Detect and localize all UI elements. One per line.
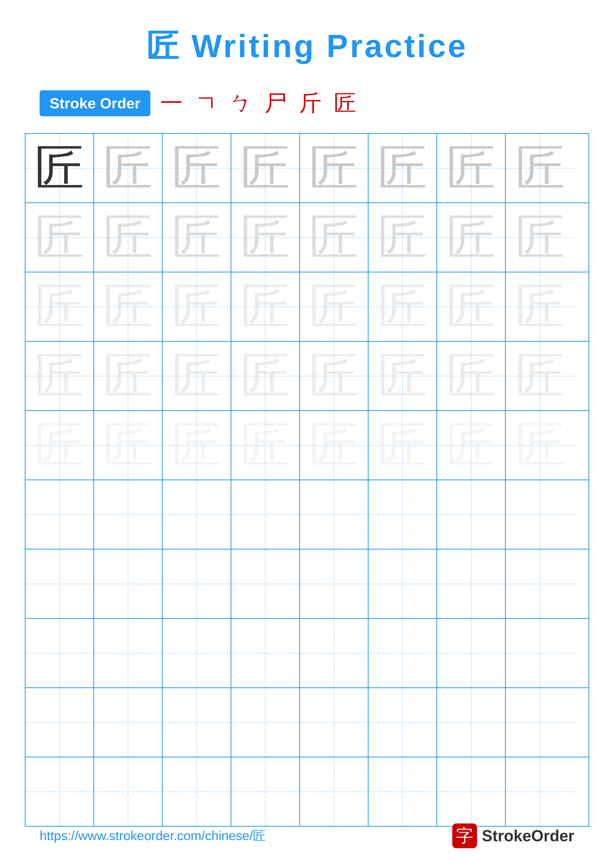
grid-cell[interactable]: 匠	[300, 342, 368, 410]
grid-char: 匠	[378, 213, 427, 262]
grid-char: 匠	[309, 213, 359, 262]
grid-row	[25, 688, 589, 757]
grid-cell[interactable]	[25, 688, 94, 756]
grid-cell[interactable]: 匠	[300, 411, 368, 479]
grid-cell[interactable]	[506, 619, 574, 687]
grid-cell[interactable]: 匠	[506, 342, 574, 410]
grid-cell[interactable]	[163, 757, 231, 826]
grid-char: 匠	[446, 351, 496, 401]
writing-grid[interactable]: 匠 匠 匠 匠 匠 匠 匠 匠 匠 匠 匠 匠 匠 匠 匠 匠 匠 匠 匠 匠 …	[25, 133, 589, 827]
grid-cell[interactable]	[506, 480, 574, 549]
grid-cell[interactable]: 匠	[231, 273, 300, 341]
grid-cell[interactable]	[25, 757, 94, 826]
grid-cell[interactable]	[506, 688, 574, 756]
grid-char: 匠	[446, 421, 496, 470]
grid-cell[interactable]	[163, 619, 231, 687]
grid-cell[interactable]: 匠	[25, 203, 94, 272]
grid-cell[interactable]	[94, 619, 163, 687]
grid-cell[interactable]	[231, 550, 300, 618]
grid-cell[interactable]: 匠	[25, 273, 94, 341]
grid-cell[interactable]	[231, 480, 300, 549]
grid-cell[interactable]	[94, 757, 163, 826]
grid-cell[interactable]: 匠	[437, 411, 506, 479]
grid-cell[interactable]: 匠	[94, 134, 163, 202]
grid-cell[interactable]: 匠	[506, 203, 574, 272]
grid-cell[interactable]: 匠	[437, 203, 506, 272]
grid-cell[interactable]	[300, 619, 368, 687]
grid-cell[interactable]: 匠	[231, 411, 300, 479]
grid-cell[interactable]	[437, 480, 506, 549]
grid-cell[interactable]	[25, 480, 94, 549]
grid-cell[interactable]	[163, 480, 231, 549]
grid-cell[interactable]	[25, 619, 94, 687]
grid-cell[interactable]	[368, 619, 437, 687]
grid-cell[interactable]	[506, 550, 574, 618]
grid-cell[interactable]	[163, 550, 231, 618]
grid-char: 匠	[515, 351, 565, 401]
grid-cell[interactable]: 匠	[300, 134, 368, 202]
grid-cell[interactable]: 匠	[163, 273, 231, 341]
grid-cell[interactable]: 匠	[94, 273, 163, 341]
grid-cell[interactable]: 匠	[506, 134, 574, 202]
grid-cell[interactable]: 匠	[437, 273, 506, 341]
grid-cell[interactable]	[94, 688, 163, 756]
grid-cell[interactable]: 匠	[25, 134, 94, 202]
grid-cell[interactable]: 匠	[300, 273, 368, 341]
grid-cell[interactable]: 匠	[231, 134, 300, 202]
grid-cell[interactable]	[368, 550, 437, 618]
grid-cell[interactable]: 匠	[25, 342, 94, 410]
stroke-3: ㄅ	[230, 88, 252, 118]
title-character: 匠	[146, 28, 180, 64]
grid-char: 匠	[103, 282, 153, 332]
grid-cell[interactable]	[368, 757, 437, 826]
grid-cell[interactable]: 匠	[368, 134, 437, 202]
grid-cell[interactable]	[231, 619, 300, 687]
grid-cell[interactable]: 匠	[25, 411, 94, 479]
grid-cell[interactable]: 匠	[94, 411, 163, 479]
grid-cell[interactable]: 匠	[163, 134, 231, 202]
grid-cell[interactable]	[368, 688, 437, 756]
grid-cell[interactable]: 匠	[231, 203, 300, 272]
grid-cell[interactable]	[506, 757, 574, 826]
grid-cell[interactable]: 匠	[506, 273, 574, 341]
grid-cell[interactable]	[300, 480, 368, 549]
grid-cell[interactable]: 匠	[300, 203, 368, 272]
grid-cell[interactable]	[300, 688, 368, 756]
grid-cell[interactable]: 匠	[163, 342, 231, 410]
grid-char: 匠	[515, 144, 565, 193]
grid-cell[interactable]	[437, 550, 506, 618]
grid-cell[interactable]: 匠	[437, 134, 506, 202]
grid-cell[interactable]	[300, 757, 368, 826]
grid-cell[interactable]	[300, 550, 368, 618]
grid-cell[interactable]	[231, 688, 300, 756]
grid-cell[interactable]	[437, 688, 506, 756]
grid-cell[interactable]: 匠	[368, 411, 437, 479]
grid-cell[interactable]: 匠	[437, 342, 506, 410]
grid-char: 匠	[515, 213, 565, 262]
grid-cell[interactable]	[94, 480, 163, 549]
footer-logo-icon: 字	[452, 823, 477, 848]
grid-char: 匠	[378, 282, 427, 332]
grid-cell[interactable]: 匠	[368, 203, 437, 272]
stroke-6: 匠	[334, 88, 356, 118]
grid-cell[interactable]: 匠	[163, 411, 231, 479]
grid-cell[interactable]: 匠	[94, 342, 163, 410]
grid-cell[interactable]	[368, 480, 437, 549]
grid-char: 匠	[172, 144, 221, 193]
grid-cell[interactable]	[25, 550, 94, 618]
grid-cell[interactable]	[437, 619, 506, 687]
grid-cell[interactable]: 匠	[368, 273, 437, 341]
grid-cell[interactable]	[163, 688, 231, 756]
grid-cell[interactable]	[231, 757, 300, 826]
grid-cell[interactable]	[437, 757, 506, 826]
grid-cell[interactable]: 匠	[94, 203, 163, 272]
grid-cell[interactable]: 匠	[231, 342, 300, 410]
footer-url[interactable]: https://www.strokeorder.com/chinese/匠	[40, 827, 266, 845]
grid-row	[25, 619, 589, 688]
grid-cell[interactable]: 匠	[368, 342, 437, 410]
grid-row	[25, 757, 589, 826]
grid-cell[interactable]: 匠	[163, 203, 231, 272]
grid-cell[interactable]	[94, 550, 163, 618]
grid-char: 匠	[241, 351, 290, 401]
grid-cell[interactable]: 匠	[506, 411, 574, 479]
